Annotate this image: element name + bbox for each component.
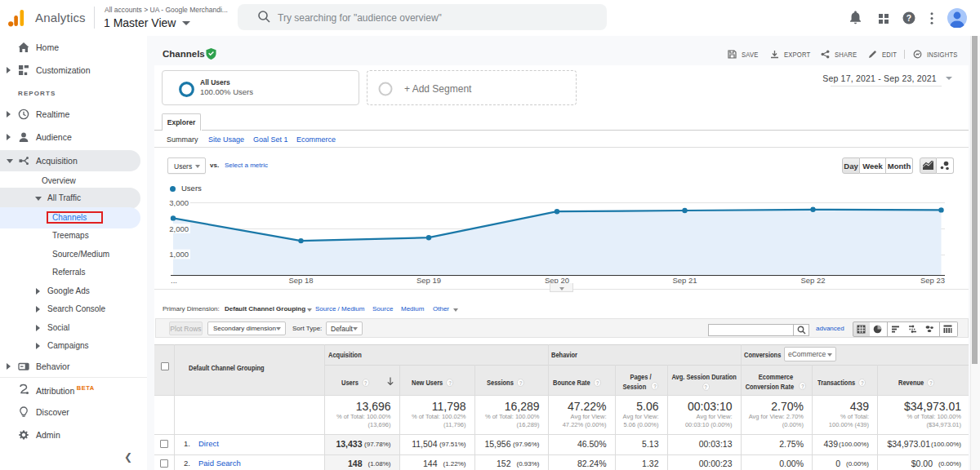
svg-text:Sep 23: Sep 23 (920, 276, 945, 285)
svg-text:Sep 19: Sep 19 (416, 276, 441, 285)
svg-text:?: ? (906, 14, 911, 23)
svg-text:Sep 18: Sep 18 (288, 276, 313, 285)
svg-text:2,000: 2,000 (169, 224, 189, 233)
svg-text:1,000: 1,000 (169, 250, 189, 259)
svg-text:Sep 22: Sep 22 (800, 276, 825, 285)
svg-text:Sep 21: Sep 21 (672, 276, 697, 285)
svg-text:...: ... (171, 276, 177, 285)
svg-text:3,000: 3,000 (169, 198, 189, 207)
